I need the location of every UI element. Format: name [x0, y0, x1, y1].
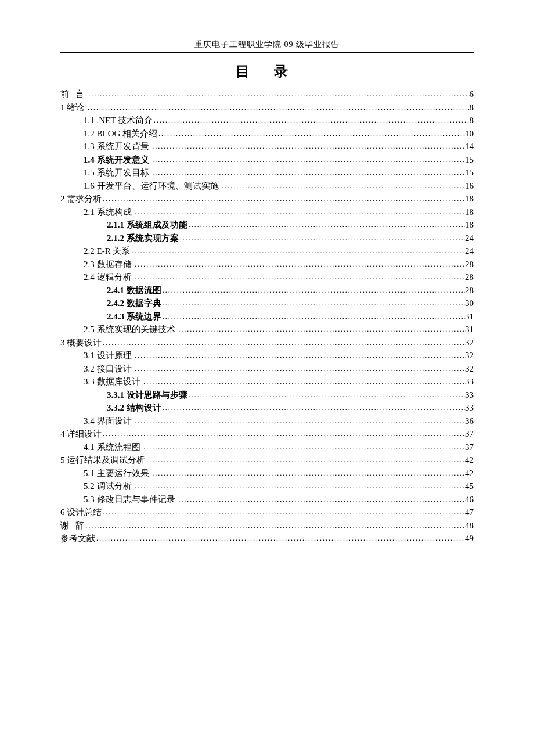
toc-entry: 2.4.1 数据流图28: [60, 284, 474, 297]
toc-entry-page: 14: [465, 140, 474, 153]
toc-entry-label: 1.6 开发平台、运行环境、测试实施: [60, 179, 221, 193]
toc-entry: 2.4.3 系统边界31: [60, 310, 474, 323]
toc-leader-dots: [151, 468, 465, 478]
toc-entry-page: 31: [465, 323, 474, 336]
toc-entry-label: 3.1 设计原理: [60, 349, 134, 362]
toc-entry-label: 2.3 数据存储: [60, 258, 134, 271]
toc-entry-label: 3.4 界面设计: [60, 415, 134, 428]
toc-entry-label: 1.1 .NET 技术简介: [60, 114, 153, 127]
toc-entry-label: 2 需求分析: [60, 192, 102, 206]
toc-leader-dots: [84, 89, 469, 99]
toc-entry-label: 2.5 系统实现的关键技术: [60, 323, 177, 336]
table-of-contents: 前 言61 绪论 81.1 .NET 技术简介81.2 BLOG 相关介绍101…: [60, 88, 474, 545]
toc-entry-label: 参考文献: [60, 532, 95, 545]
toc-entry-page: 33: [465, 388, 474, 402]
toc-entry-label: 2.4.3 系统边界: [60, 310, 161, 323]
toc-entry-page: 45: [465, 480, 474, 493]
toc-entry-page: 37: [465, 441, 474, 454]
toc-leader-dots: [102, 507, 465, 517]
toc-entry-label: 1 绪论: [60, 101, 86, 114]
toc-entry-page: 28: [465, 271, 474, 284]
toc-entry: 1.6 开发平台、运行环境、测试实施 16: [60, 179, 474, 193]
toc-entry-page: 18: [465, 206, 474, 219]
toc-entry-label: 3.3.2 结构设计: [60, 401, 161, 415]
toc-leader-dots: [134, 363, 465, 374]
toc-leader-dots: [145, 455, 465, 465]
toc-entry: 2.4 逻辑分析 28: [60, 271, 474, 284]
toc-entry-page: 24: [465, 232, 474, 245]
toc-entry: 2.1.1 系统组成及功能18: [60, 218, 474, 232]
toc-leader-dots: [84, 520, 465, 531]
toc-leader-dots: [86, 102, 470, 113]
toc-leader-dots: [177, 494, 465, 505]
toc-leader-dots: [221, 181, 465, 191]
document-page: 重庆电子工程职业学院 09 级毕业报告 目 录 前 言61 绪论 81.1 .N…: [0, 0, 534, 756]
toc-entry-page: 30: [465, 297, 474, 310]
toc-entry-page: 16: [465, 179, 474, 193]
toc-entry: 6 设计总结47: [60, 506, 474, 519]
toc-entry-label: 2.4.1 数据流图: [60, 284, 161, 297]
toc-entry-page: 15: [465, 166, 474, 179]
toc-leader-dots: [161, 311, 465, 322]
toc-entry-page: 48: [465, 519, 474, 532]
toc-leader-dots: [102, 337, 465, 348]
toc-entry: 1.5 系统开发目标 15: [60, 166, 474, 179]
toc-entry-page: 28: [465, 258, 474, 271]
toc-entry-label: 4 详细设计: [60, 427, 102, 441]
toc-entry-page: 6: [470, 88, 474, 101]
toc-leader-dots: [142, 442, 465, 452]
toc-entry-page: 8: [470, 101, 474, 114]
toc-leader-dots: [151, 154, 465, 165]
toc-leader-dots: [102, 193, 465, 204]
toc-title: 目 录: [60, 62, 474, 81]
toc-leader-dots: [142, 376, 465, 387]
toc-entry-label: 5.2 调试分析: [60, 480, 134, 493]
toc-entry-page: 33: [465, 401, 474, 415]
toc-entry-page: 42: [465, 453, 474, 467]
toc-entry-label: 2.4.2 数据字典: [60, 297, 161, 310]
toc-entry: 3.3.2 结构设计33: [60, 401, 474, 415]
toc-entry-label: 1.2 BLOG 相关介绍: [60, 127, 157, 141]
toc-entry: 3.3 数据库设计 33: [60, 375, 474, 388]
toc-entry-page: 32: [465, 336, 474, 350]
toc-entry: 参考文献49: [60, 532, 474, 545]
toc-entry-page: 37: [465, 427, 474, 441]
toc-leader-dots: [187, 219, 465, 230]
toc-entry: 2 需求分析18: [60, 192, 474, 206]
toc-entry: 前 言6: [60, 88, 474, 101]
toc-leader-dots: [161, 402, 465, 413]
toc-entry-page: 10: [465, 127, 474, 141]
toc-leader-dots: [102, 429, 465, 439]
toc-entry: 3.3.1 设计思路与步骤33: [60, 388, 474, 402]
toc-entry: 2.1.2 系统实现方案24: [60, 232, 474, 245]
toc-leader-dots: [134, 259, 465, 269]
toc-entry: 4 详细设计37: [60, 427, 474, 441]
toc-entry: 1 绪论 8: [60, 101, 474, 114]
toc-entry-label: 3.3 数据库设计: [60, 375, 142, 388]
toc-entry: 3.1 设计原理 32: [60, 349, 474, 362]
toc-entry-page: 42: [465, 467, 474, 480]
toc-entry-label: 前 言: [60, 88, 84, 101]
toc-entry-page: 24: [465, 244, 474, 258]
toc-entry-label: 2.1.2 系统实现方案: [60, 232, 179, 245]
toc-entry-label: 6 设计总结: [60, 506, 102, 519]
toc-entry-label: 1.4 系统开发意义: [60, 153, 151, 167]
toc-entry-label: 1.5 系统开发目标: [60, 166, 151, 179]
toc-entry-page: 31: [465, 310, 474, 323]
toc-entry-page: 36: [465, 415, 474, 428]
toc-entry-label: 4.1 系统流程图: [60, 441, 142, 454]
toc-leader-dots: [134, 272, 465, 282]
toc-entry: 2.3 数据存储 28: [60, 258, 474, 271]
toc-entry-label: 2.2 E-R 关系: [60, 244, 130, 258]
toc-entry-page: 33: [465, 375, 474, 388]
toc-entry: 1.1 .NET 技术简介8: [60, 114, 474, 127]
toc-leader-dots: [177, 324, 465, 334]
toc-entry: 2.4.2 数据字典30: [60, 297, 474, 310]
toc-leader-dots: [151, 141, 465, 152]
toc-entry-page: 32: [465, 349, 474, 362]
toc-entry: 3 概要设计32: [60, 336, 474, 350]
toc-entry: 5.1 主要运行效果 42: [60, 467, 474, 480]
header-rule: [60, 52, 474, 53]
toc-entry-page: 18: [465, 218, 474, 232]
toc-entry-page: 32: [465, 362, 474, 376]
